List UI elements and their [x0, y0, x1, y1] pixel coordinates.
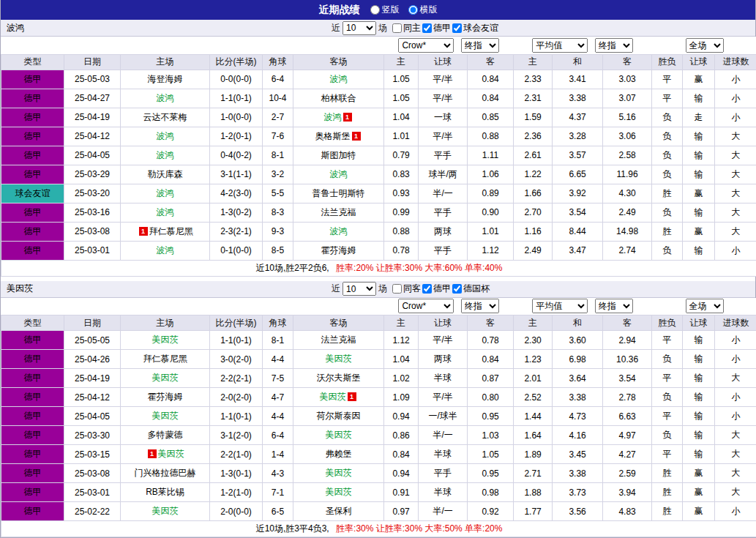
team-name: 霍芬海姆: [321, 245, 356, 255]
scope-select[interactable]: 全场: [686, 299, 724, 313]
filter-checkbox-input[interactable]: [452, 284, 462, 294]
away-team-cell[interactable]: 美因茨1: [293, 388, 384, 407]
home-team-cell[interactable]: RB莱比锡: [121, 483, 210, 502]
handicap-result-cell: 输: [683, 203, 715, 222]
home-team-cell[interactable]: 1拜仁慕尼黑: [121, 222, 210, 241]
asia-home-odds: 0.99: [384, 203, 419, 222]
home-team-cell[interactable]: 勒沃库森: [121, 165, 210, 184]
home-team-cell[interactable]: 波鸿: [121, 203, 210, 222]
league-type-cell: 德甲: [1, 445, 64, 464]
euro-company-select[interactable]: 平均值: [532, 38, 588, 53]
euro-odds-time-select[interactable]: 终指: [595, 299, 633, 313]
red-card-badge: 1: [343, 113, 352, 122]
home-team-cell[interactable]: 海登海姆: [121, 70, 210, 89]
away-team-cell[interactable]: 斯图加特: [293, 146, 384, 165]
corner-cell: 10-4: [263, 89, 293, 108]
away-team-cell[interactable]: 波鸿: [293, 165, 384, 184]
col-header-euro-draw: 和: [553, 315, 603, 331]
bookmaker-select[interactable]: Crow*: [398, 38, 454, 53]
match-row: 德甲25-03-01RB莱比锡1-2(1-0)7-1美因茨0.91半球0.981…: [1, 483, 756, 502]
layout-mode-radio[interactable]: [408, 5, 418, 15]
asia-away-odds: 1.05: [468, 445, 514, 464]
scope-select[interactable]: 全场: [686, 38, 724, 53]
euro-company-select[interactable]: 平均值: [532, 299, 588, 313]
match-row: 德甲25-04-12波鸿1-2(0-1)7-6奥格斯堡11.01平/半0.882…: [1, 127, 756, 146]
away-team-cell[interactable]: 波鸿1: [293, 108, 384, 127]
result-cell: 负: [652, 165, 683, 184]
table-header-row: 类型 日期 主场 比分(半场) 角球 客场 主 让球 客 主 和 客 胜负 让球…: [1, 315, 756, 331]
filter-checkbox[interactable]: 德甲: [422, 283, 451, 295]
away-team-cell[interactable]: 圣保利: [293, 502, 384, 521]
recent-suffix: 场: [378, 22, 387, 34]
away-team-cell[interactable]: 沃尔夫斯堡: [293, 369, 384, 388]
away-team-cell[interactable]: 美因茨: [293, 483, 384, 502]
filter-checkbox-input[interactable]: [392, 23, 402, 33]
asia-handicap: 平手: [419, 464, 468, 483]
filter-checkbox[interactable]: 同客: [392, 283, 421, 295]
asia-home-odds: 0.94: [384, 464, 419, 483]
score-cell: 1-1(0-1): [210, 89, 263, 108]
recent-count-select[interactable]: 10: [343, 21, 376, 35]
home-team-cell[interactable]: 门兴格拉德巴赫: [121, 464, 210, 483]
result-cell: 负: [652, 426, 683, 445]
goals-result-cell: 大: [715, 369, 756, 388]
result-cell: 负: [652, 108, 683, 127]
home-team-cell[interactable]: 1美因茨: [121, 445, 210, 464]
home-team-cell[interactable]: 多特蒙德: [121, 426, 210, 445]
layout-mode-option[interactable]: 竖版: [370, 4, 400, 16]
home-team-cell[interactable]: 拜仁慕尼黑: [121, 350, 210, 369]
filter-checkbox[interactable]: 德国杯: [452, 283, 490, 295]
team-name: 美因茨: [326, 354, 352, 364]
home-team-cell[interactable]: 波鸿: [121, 127, 210, 146]
asia-home-odds: 1.09: [384, 388, 419, 407]
date-cell: 25-03-01: [64, 241, 121, 260]
away-team-cell[interactable]: 法兰克福: [293, 203, 384, 222]
away-team-cell[interactable]: 荷尔斯泰因: [293, 407, 384, 426]
home-team-cell[interactable]: 云达不莱梅: [121, 108, 210, 127]
handicap-result-cell: 赢: [683, 184, 715, 203]
home-team-cell[interactable]: 美因茨: [121, 407, 210, 426]
home-team-cell[interactable]: 美因茨: [121, 369, 210, 388]
filter-checkbox[interactable]: 球会友谊: [452, 22, 498, 34]
euro-draw-odds: 6.98: [553, 350, 603, 369]
euro-odds-time-select[interactable]: 终指: [595, 38, 633, 53]
filter-checkbox[interactable]: 德甲: [422, 22, 451, 34]
col-header-asia-away: 客: [468, 315, 514, 331]
home-team-cell[interactable]: 波鸿: [121, 184, 210, 203]
home-team-cell[interactable]: 波鸿: [121, 89, 210, 108]
away-team-cell[interactable]: 法兰克福: [293, 331, 384, 350]
asia-odds-time-select[interactable]: 终指: [461, 38, 499, 53]
filter-checkbox-input[interactable]: [452, 23, 462, 33]
date-cell: 25-03-08: [64, 464, 121, 483]
asia-handicap: 平/半: [419, 89, 468, 108]
home-team-cell[interactable]: 美因茨: [121, 502, 210, 521]
team-name: 美因茨: [158, 449, 184, 459]
away-team-cell[interactable]: 柏林联合: [293, 89, 384, 108]
layout-mode-radio[interactable]: [370, 5, 380, 15]
asia-odds-time-select[interactable]: 终指: [461, 299, 499, 313]
away-team-cell[interactable]: 普鲁士明斯特: [293, 184, 384, 203]
score-cell: 2-0(2-0): [210, 388, 263, 407]
layout-mode-option[interactable]: 横版: [408, 4, 438, 16]
away-team-cell[interactable]: 霍芬海姆: [293, 241, 384, 260]
filter-checkbox-input[interactable]: [392, 284, 402, 294]
home-team-cell[interactable]: 美因茨: [121, 331, 210, 350]
bookmaker-select[interactable]: Crow*: [398, 299, 454, 313]
filter-checkbox[interactable]: 同主: [392, 22, 421, 34]
home-team-cell[interactable]: 霍芬海姆: [121, 388, 210, 407]
filter-checkbox-input[interactable]: [422, 284, 432, 294]
away-team-cell[interactable]: 波鸿: [293, 222, 384, 241]
recent-count-select[interactable]: 10: [343, 282, 376, 296]
away-team-cell[interactable]: 波鸿: [293, 70, 384, 89]
home-team-cell[interactable]: 波鸿: [121, 241, 210, 260]
away-team-cell[interactable]: 美因茨: [293, 426, 384, 445]
away-team-cell[interactable]: 美因茨: [293, 464, 384, 483]
corner-cell: 6-5: [263, 502, 293, 521]
euro-away-odds: 6.63: [603, 407, 652, 426]
away-team-cell[interactable]: 美因茨: [293, 350, 384, 369]
corner-cell: 9-3: [263, 222, 293, 241]
away-team-cell[interactable]: 奥格斯堡1: [293, 127, 384, 146]
filter-checkbox-input[interactable]: [422, 23, 432, 33]
away-team-cell[interactable]: 弗赖堡: [293, 445, 384, 464]
home-team-cell[interactable]: 波鸿: [121, 146, 210, 165]
